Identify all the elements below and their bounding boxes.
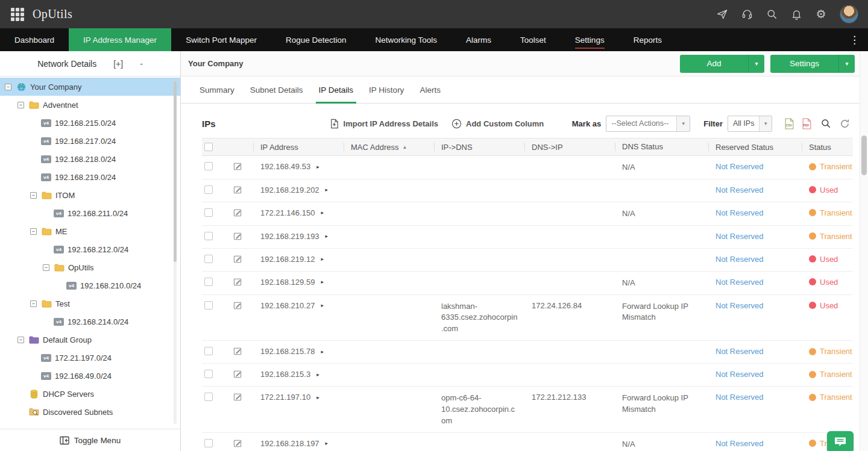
tab-alerts[interactable]: Alerts	[412, 76, 448, 103]
reserved-status-link[interactable]: Not Reserved	[715, 439, 763, 448]
reserved-status-link[interactable]: Not Reserved	[715, 347, 763, 356]
tab-ip-history[interactable]: IP History	[361, 76, 412, 103]
tab-subnet-details[interactable]: Subnet Details	[242, 76, 311, 103]
collapse-all-button[interactable]: -	[140, 59, 143, 69]
nav-item-reports[interactable]: Reports	[619, 28, 676, 51]
reserved-status-link[interactable]: Not Reserved	[715, 185, 763, 194]
gear-icon[interactable]: ⚙	[815, 8, 827, 20]
tree-item-your-company[interactable]: − Your Company	[0, 78, 180, 96]
row-checkbox[interactable]	[204, 208, 213, 217]
collapse-toggle-icon[interactable]: −	[43, 264, 49, 271]
headset-icon[interactable]	[741, 8, 753, 20]
expand-row-icon[interactable]: ▸	[316, 394, 319, 400]
bell-icon[interactable]	[790, 8, 802, 20]
expand-row-icon[interactable]: ▸	[326, 187, 329, 193]
table-search-icon[interactable]	[820, 118, 831, 129]
toggle-menu-button[interactable]: Toggle Menu	[0, 429, 180, 451]
edit-ip-icon[interactable]	[233, 278, 242, 287]
nav-item-switch-port-mapper[interactable]: Switch Port Mapper	[171, 28, 271, 51]
tree-item-me[interactable]: − ME	[0, 222, 180, 240]
tree-item-subnet[interactable]: v4192.168.210.0/24	[0, 276, 180, 294]
reserved-status-link[interactable]: Not Reserved	[715, 208, 763, 217]
tab-ip-details[interactable]: IP Details	[311, 76, 362, 103]
collapse-toggle-icon[interactable]: −	[5, 84, 11, 90]
nav-item-settings[interactable]: Settings	[561, 28, 619, 51]
column-header-dns-status[interactable]: DNS Status	[615, 138, 708, 155]
tree-item-subnet[interactable]: v4192.168.49.0/24	[0, 367, 180, 385]
tree-item-subnet[interactable]: v4192.168.218.0/24	[0, 150, 180, 168]
nav-overflow-icon[interactable]: ⋮	[841, 28, 868, 51]
paper-plane-icon[interactable]	[716, 8, 728, 20]
column-header-reserved-status[interactable]: Reserved Status	[708, 138, 802, 155]
select-actions-dropdown[interactable]: --Select Actions-- ▾	[606, 116, 690, 132]
collapse-toggle-icon[interactable]: −	[30, 228, 37, 235]
edit-ip-icon[interactable]	[233, 393, 242, 402]
avatar[interactable]	[840, 5, 858, 23]
add-button[interactable]: Add ▾	[680, 55, 764, 73]
collapse-toggle-icon[interactable]: −	[17, 102, 24, 108]
column-header-dns-to-ip[interactable]: DNS->IP	[524, 138, 615, 155]
add-custom-column-button[interactable]: Add Custom Column	[451, 119, 544, 129]
tree-item-subnet[interactable]: v4192.168.211.0/24	[0, 204, 180, 222]
collapse-toggle-icon[interactable]: −	[30, 192, 37, 199]
export-csv-icon[interactable]: CSV	[784, 118, 794, 129]
search-icon[interactable]	[766, 8, 778, 20]
row-checkbox[interactable]	[204, 185, 213, 194]
reserved-status-link[interactable]: Not Reserved	[715, 370, 763, 379]
tree-item-discovered-subnets[interactable]: Discovered Subnets	[0, 403, 180, 421]
edit-ip-icon[interactable]	[233, 162, 242, 171]
edit-ip-icon[interactable]	[233, 439, 242, 448]
expand-row-icon[interactable]: ▸	[316, 372, 319, 378]
nav-item-ip-address-manager[interactable]: IP Address Manager	[69, 28, 171, 51]
column-header-ip-to-dns[interactable]: IP->DNS	[434, 138, 524, 155]
row-checkbox[interactable]	[204, 232, 213, 240]
row-checkbox[interactable]	[204, 255, 213, 263]
expand-row-icon[interactable]: ▸	[326, 440, 329, 446]
column-header-ip-address[interactable]: IP Address	[253, 138, 344, 155]
expand-row-icon[interactable]: ▸	[321, 279, 324, 285]
collapse-toggle-icon[interactable]: −	[30, 300, 37, 307]
settings-dropdown-caret-icon[interactable]: ▾	[838, 55, 855, 73]
column-header-mac-address[interactable]: MAC Address▲	[344, 138, 434, 155]
import-ip-details-button[interactable]: Import IP Address Details	[329, 119, 439, 129]
tree-item-adventnet[interactable]: − Adventnet	[0, 96, 180, 114]
expand-row-icon[interactable]: ▸	[321, 349, 324, 355]
refresh-icon[interactable]	[840, 119, 850, 129]
select-all-checkbox[interactable]	[204, 143, 213, 151]
reserved-status-link[interactable]: Not Reserved	[715, 162, 763, 171]
nav-item-networking-tools[interactable]: Networking Tools	[361, 28, 452, 51]
row-checkbox[interactable]	[204, 278, 213, 286]
export-pdf-icon[interactable]: PDF	[802, 118, 812, 129]
row-checkbox[interactable]	[204, 162, 213, 170]
nav-item-dashboard[interactable]: Dashboard	[0, 28, 69, 51]
tree-item-subnet[interactable]: v4192.168.215.0/24	[0, 114, 180, 132]
edit-ip-icon[interactable]	[233, 255, 242, 264]
tree-item-subnet[interactable]: v4172.21.197.0/24	[0, 349, 180, 367]
reserved-status-link[interactable]: Not Reserved	[715, 278, 763, 287]
reserved-status-link[interactable]: Not Reserved	[715, 255, 763, 264]
edit-ip-icon[interactable]	[233, 185, 242, 194]
tree-item-oputils[interactable]: − OpUtils	[0, 258, 180, 276]
row-checkbox[interactable]	[204, 301, 213, 309]
expand-row-icon[interactable]: ▸	[321, 256, 324, 262]
edit-ip-icon[interactable]	[233, 208, 242, 217]
page-scrollbar-thumb[interactable]	[861, 135, 867, 175]
feedback-chat-button[interactable]	[827, 431, 854, 451]
reserved-status-link[interactable]: Not Reserved	[715, 393, 763, 402]
edit-ip-icon[interactable]	[233, 347, 242, 356]
edit-ip-icon[interactable]	[233, 232, 242, 241]
nav-item-toolset[interactable]: Toolset	[506, 28, 561, 51]
tree-item-subnet[interactable]: v4192.168.219.0/24	[0, 168, 180, 186]
add-dropdown-caret-icon[interactable]: ▾	[748, 55, 764, 73]
expand-row-icon[interactable]: ▸	[321, 210, 324, 216]
app-logo[interactable]: OpUtils	[33, 7, 72, 21]
tree-item-dhcp-servers[interactable]: DHCP Servers	[0, 385, 180, 403]
sidebar-scrollbar-thumb[interactable]	[174, 81, 177, 262]
sidebar-scrollbar[interactable]	[174, 81, 177, 424]
expand-all-button[interactable]: [+]	[113, 59, 123, 69]
row-checkbox[interactable]	[204, 439, 213, 447]
tree-item-itom[interactable]: − ITOM	[0, 186, 180, 204]
nav-item-rogue-detection[interactable]: Rogue Detection	[271, 28, 361, 51]
row-checkbox[interactable]	[204, 370, 213, 378]
collapse-toggle-icon[interactable]: −	[17, 337, 24, 343]
